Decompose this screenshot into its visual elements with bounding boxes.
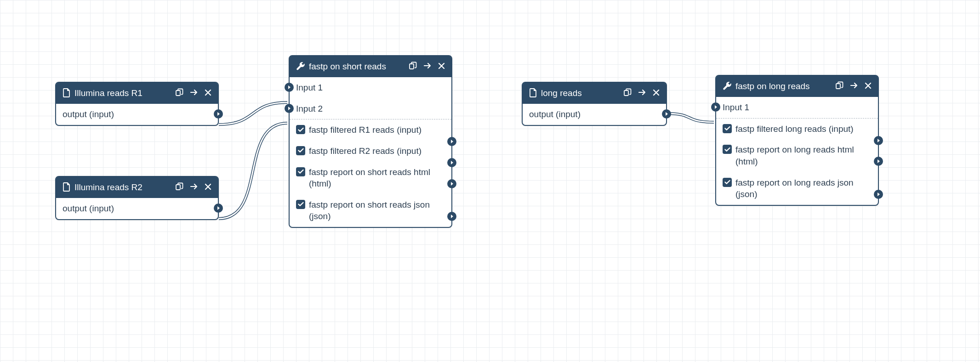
close-icon[interactable] xyxy=(205,89,211,96)
node-fastp-short[interactable]: fastp on short reads Input 1 Input 2 fas… xyxy=(289,55,452,228)
file-icon xyxy=(63,88,71,99)
output-port[interactable] xyxy=(662,109,671,119)
output-label: fastp report on short reads html (html) xyxy=(309,166,445,190)
output-port[interactable] xyxy=(447,212,456,221)
node-header[interactable]: Illumina reads R1 xyxy=(56,83,218,104)
input-port[interactable] xyxy=(285,83,294,92)
node-header[interactable]: Illumina reads R2 xyxy=(56,177,218,198)
output-label: fastp report on long reads html (html) xyxy=(735,144,872,167)
wrench-icon xyxy=(296,62,305,73)
input-label: Input 1 xyxy=(723,102,872,113)
checkbox-checked-icon[interactable] xyxy=(723,145,732,154)
workflow-canvas[interactable]: Illumina reads R1 output (input) Illumin… xyxy=(0,0,980,362)
arrow-right-icon[interactable] xyxy=(190,89,198,96)
arrow-right-icon[interactable] xyxy=(190,183,198,190)
output-label: fastp report on short reads json (json) xyxy=(309,199,445,222)
node-title: Illumina reads R1 xyxy=(74,87,142,99)
output-label: fastp filtered R2 reads (input) xyxy=(309,145,445,157)
node-title: fastp on long reads xyxy=(735,80,810,92)
node-title: fastp on short reads xyxy=(309,61,386,73)
output-label: output (input) xyxy=(529,108,660,120)
node-header[interactable]: fastp on short reads xyxy=(290,56,451,77)
checkbox-checked-icon[interactable] xyxy=(723,178,732,187)
input-port[interactable] xyxy=(285,104,294,113)
input-row-2: Input 2 xyxy=(290,98,451,120)
output-row: output (input) xyxy=(56,104,218,125)
output-row-2: fastp report on long reads html (html) xyxy=(716,139,878,172)
output-label: fastp filtered R1 reads (input) xyxy=(309,124,445,136)
output-row-2: fastp filtered R2 reads (input) xyxy=(290,141,451,162)
output-row: output (input) xyxy=(523,104,666,125)
output-port[interactable] xyxy=(214,204,223,213)
output-label: output (input) xyxy=(63,108,211,120)
output-row-4: fastp report on short reads json (json) xyxy=(290,194,451,227)
output-row-3: fastp report on long reads json (json) xyxy=(716,172,878,205)
input-label: Input 2 xyxy=(296,103,445,115)
output-label: output (input) xyxy=(63,203,211,215)
arrow-right-icon[interactable] xyxy=(850,82,858,89)
copy-icon[interactable] xyxy=(175,88,183,96)
output-row-1: fastp filtered R1 reads (input) xyxy=(290,119,451,141)
output-port[interactable] xyxy=(874,157,883,166)
output-label: fastp filtered long reads (input) xyxy=(735,123,872,135)
output-row: output (input) xyxy=(56,198,218,219)
copy-icon[interactable] xyxy=(835,81,843,90)
node-title: long reads xyxy=(541,87,582,99)
close-icon[interactable] xyxy=(653,89,660,96)
output-port[interactable] xyxy=(447,179,456,188)
node-illumina-r1[interactable]: Illumina reads R1 output (input) xyxy=(55,82,219,126)
file-icon xyxy=(63,182,71,193)
file-icon xyxy=(529,88,537,99)
input-row-1: Input 1 xyxy=(716,97,878,119)
node-illumina-r2[interactable]: Illumina reads R2 output (input) xyxy=(55,176,219,220)
input-port[interactable] xyxy=(711,102,720,112)
copy-icon[interactable] xyxy=(175,182,183,191)
close-icon[interactable] xyxy=(205,183,211,190)
output-row-1: fastp filtered long reads (input) xyxy=(716,119,878,140)
output-label: fastp report on long reads json (json) xyxy=(735,177,872,200)
wrench-icon xyxy=(723,81,732,92)
svg-rect-0 xyxy=(176,90,180,96)
checkbox-checked-icon[interactable] xyxy=(296,146,305,155)
output-port[interactable] xyxy=(214,109,223,119)
node-header[interactable]: fastp on long reads xyxy=(716,76,878,97)
copy-icon[interactable] xyxy=(623,88,632,96)
arrow-right-icon[interactable] xyxy=(423,62,432,69)
output-row-3: fastp report on short reads html (html) xyxy=(290,162,451,194)
checkbox-checked-icon[interactable] xyxy=(723,124,732,133)
output-port[interactable] xyxy=(874,190,883,199)
svg-rect-1 xyxy=(176,185,180,190)
arrow-right-icon[interactable] xyxy=(638,89,646,96)
checkbox-checked-icon[interactable] xyxy=(296,200,305,209)
svg-rect-3 xyxy=(624,90,628,96)
close-icon[interactable] xyxy=(438,62,445,69)
close-icon[interactable] xyxy=(865,82,872,89)
checkbox-checked-icon[interactable] xyxy=(296,167,305,176)
node-title: Illumina reads R2 xyxy=(74,181,142,193)
svg-rect-4 xyxy=(836,84,840,89)
node-long-reads[interactable]: long reads output (input) xyxy=(522,82,667,126)
input-row-1: Input 1 xyxy=(290,77,451,98)
input-label: Input 1 xyxy=(296,82,445,94)
svg-rect-2 xyxy=(410,64,414,69)
checkbox-checked-icon[interactable] xyxy=(296,125,305,134)
node-fastp-long[interactable]: fastp on long reads Input 1 fastp filter… xyxy=(715,75,879,206)
node-header[interactable]: long reads xyxy=(523,83,666,104)
copy-icon[interactable] xyxy=(409,62,417,70)
